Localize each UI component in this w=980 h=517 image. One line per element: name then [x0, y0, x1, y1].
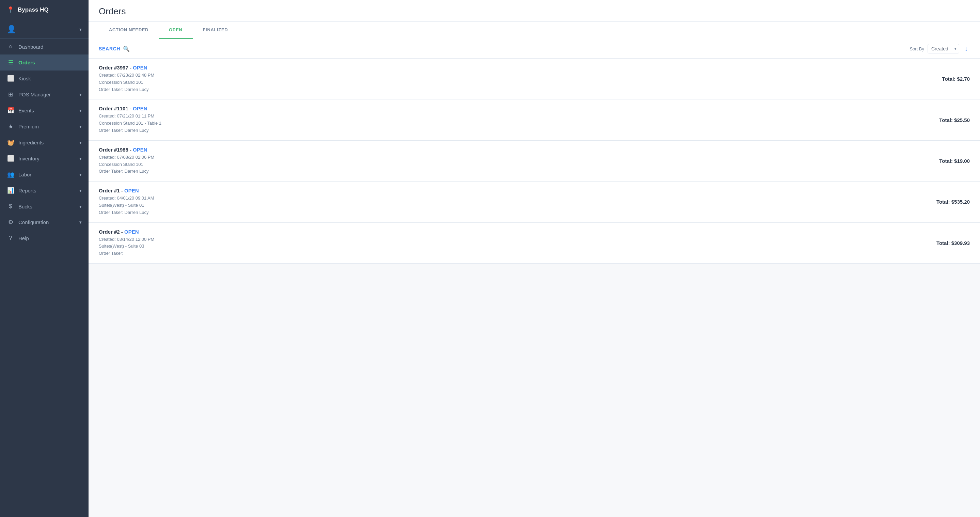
sidebar-item-pos-manager[interactable]: ⊞ POS Manager ▾ — [0, 86, 89, 102]
order-title-order-1: Order #1 - OPEN — [99, 188, 154, 194]
nav-chevron-labor: ▾ — [80, 172, 82, 177]
nav-chevron-premium: ▾ — [80, 124, 82, 129]
sort-area: Sort By CreatedUpdatedOrder #Total ▾ ↓ — [910, 44, 970, 54]
nav-chevron-configuration: ▾ — [80, 220, 82, 225]
search-button[interactable]: SEARCH 🔍 — [99, 46, 130, 52]
order-title-order-3997: Order #3997 - OPEN — [99, 65, 154, 70]
nav-label-premium: Premium — [18, 124, 39, 129]
nav-icon-orders: ☰ — [7, 59, 14, 66]
sort-direction-button[interactable]: ↓ — [963, 45, 970, 53]
nav-icon-labor: 👥 — [7, 171, 14, 178]
sidebar-item-ingredients[interactable]: 🧺 Ingredients ▾ — [0, 135, 89, 151]
order-meta-order-1988: Created: 07/08/20 02:06 PM Concession St… — [99, 154, 154, 175]
nav-icon-dashboard: ○ — [7, 43, 14, 50]
nav-icon-pos-manager: ⊞ — [7, 91, 14, 98]
orders-list: Order #3997 - OPEN Created: 07/23/20 02:… — [89, 59, 980, 264]
sidebar-item-dashboard[interactable]: ○ Dashboard — [0, 39, 89, 54]
order-meta-order-1101: Created: 07/21/20 01:11 PM Concession St… — [99, 113, 161, 134]
sidebar-item-configuration[interactable]: ⚙ Configuration ▾ — [0, 214, 89, 230]
sidebar-item-events[interactable]: 📅 Events ▾ — [0, 102, 89, 119]
nav-label-reports: Reports — [18, 188, 37, 194]
order-status-order-2: OPEN — [124, 229, 139, 235]
order-total-order-1: Total: $535.20 — [936, 199, 970, 205]
nav-label-kiosk: Kiosk — [18, 76, 31, 81]
nav-label-labor: Labor — [18, 172, 31, 177]
sidebar-item-premium[interactable]: ★ Premium ▾ — [0, 119, 89, 135]
nav-icon-inventory: ⬜ — [7, 155, 14, 162]
tab-finalized[interactable]: FINALIZED — [193, 22, 239, 39]
user-chevron-icon: ▾ — [80, 27, 82, 32]
order-total-order-3997: Total: $2.70 — [942, 76, 970, 82]
order-info-order-1101: Order #1101 - OPEN Created: 07/21/20 01:… — [99, 106, 161, 134]
order-row-order-1988[interactable]: Order #1988 - OPEN Created: 07/08/20 02:… — [89, 141, 980, 181]
nav-chevron-ingredients: ▾ — [80, 140, 82, 145]
sidebar-item-help[interactable]: ? Help — [0, 230, 89, 246]
order-info-order-1988: Order #1988 - OPEN Created: 07/08/20 02:… — [99, 147, 154, 175]
order-title-order-2: Order #2 - OPEN — [99, 229, 154, 235]
order-info-order-2: Order #2 - OPEN Created: 03/14/20 12:00 … — [99, 229, 154, 257]
order-row-order-1[interactable]: Order #1 - OPEN Created: 04/01/20 09:01 … — [89, 181, 980, 223]
nav-chevron-events: ▾ — [80, 108, 82, 113]
nav-chevron-pos-manager: ▾ — [80, 92, 82, 97]
order-meta-order-2: Created: 03/14/20 12:00 PM Suites(West) … — [99, 236, 154, 257]
order-meta-order-3997: Created: 07/23/20 02:48 PM Concession St… — [99, 72, 154, 93]
sidebar-item-bucks[interactable]: $ Bucks ▾ — [0, 199, 89, 214]
nav-label-events: Events — [18, 108, 34, 113]
page-title: Orders — [99, 6, 970, 17]
user-menu[interactable]: 👤 ▾ — [0, 20, 89, 39]
sidebar-item-orders[interactable]: ☰ Orders — [0, 54, 89, 70]
order-status-order-1: OPEN — [124, 188, 139, 194]
order-status-order-1988: OPEN — [133, 147, 148, 153]
order-meta-order-1: Created: 04/01/20 09:01 AM Suites(West) … — [99, 195, 154, 216]
sort-by-label: Sort By — [910, 46, 924, 51]
user-icon: 👤 — [7, 25, 16, 34]
sort-select[interactable]: CreatedUpdatedOrder #Total — [928, 44, 959, 54]
order-info-order-3997: Order #3997 - OPEN Created: 07/23/20 02:… — [99, 65, 154, 93]
sidebar-item-reports[interactable]: 📊 Reports ▾ — [0, 183, 89, 199]
nav-label-pos-manager: POS Manager — [18, 92, 51, 97]
order-total-order-1101: Total: $25.50 — [939, 117, 970, 123]
nav-icon-reports: 📊 — [7, 187, 14, 194]
order-row-order-3997[interactable]: Order #3997 - OPEN Created: 07/23/20 02:… — [89, 59, 980, 99]
nav-label-configuration: Configuration — [18, 220, 49, 225]
nav-chevron-reports: ▾ — [80, 188, 82, 193]
order-row-order-1101[interactable]: Order #1101 - OPEN Created: 07/21/20 01:… — [89, 99, 980, 140]
tabs-bar: ACTION NEEDEDOPENFINALIZED — [89, 22, 980, 39]
tabs-container: ACTION NEEDEDOPENFINALIZED — [99, 22, 238, 39]
order-total-order-1988: Total: $19.00 — [939, 158, 970, 164]
sidebar: 📍 Bypass HQ 👤 ▾ ○ Dashboard ☰ Orders ⬜ K… — [0, 0, 89, 517]
order-row-order-2[interactable]: Order #2 - OPEN Created: 03/14/20 12:00 … — [89, 223, 980, 264]
sidebar-item-inventory[interactable]: ⬜ Inventory ▾ — [0, 151, 89, 167]
nav-icon-premium: ★ — [7, 123, 14, 130]
nav-label-ingredients: Ingredients — [18, 140, 44, 145]
sidebar-item-labor[interactable]: 👥 Labor ▾ — [0, 167, 89, 183]
sidebar-item-kiosk[interactable]: ⬜ Kiosk — [0, 70, 89, 86]
nav-label-orders: Orders — [18, 60, 35, 65]
toolbar: SEARCH 🔍 Sort By CreatedUpdatedOrder #To… — [89, 39, 980, 59]
nav-icon-configuration: ⚙ — [7, 219, 14, 226]
nav-chevron-bucks: ▾ — [80, 204, 82, 209]
order-title-order-1988: Order #1988 - OPEN — [99, 147, 154, 153]
order-title-order-1101: Order #1101 - OPEN — [99, 106, 161, 111]
nav-list: ○ Dashboard ☰ Orders ⬜ Kiosk ⊞ POS Manag… — [0, 39, 89, 246]
tab-open[interactable]: OPEN — [159, 22, 192, 39]
nav-label-help: Help — [18, 235, 29, 241]
order-info-order-1: Order #1 - OPEN Created: 04/01/20 09:01 … — [99, 188, 154, 216]
nav-icon-events: 📅 — [7, 107, 14, 114]
order-status-order-3997: OPEN — [133, 65, 148, 70]
nav-icon-help: ? — [7, 235, 14, 242]
order-status-order-1101: OPEN — [133, 106, 148, 111]
brand-icon: 📍 — [7, 6, 14, 14]
nav-icon-kiosk: ⬜ — [7, 75, 14, 82]
brand: 📍 Bypass HQ — [0, 0, 89, 20]
order-total-order-2: Total: $309.93 — [936, 240, 970, 246]
main-content: Orders ACTION NEEDEDOPENFINALIZED SEARCH… — [89, 0, 980, 517]
page-header: Orders — [89, 0, 980, 22]
search-icon: 🔍 — [123, 46, 130, 52]
nav-label-dashboard: Dashboard — [18, 44, 43, 50]
sort-dropdown: CreatedUpdatedOrder #Total ▾ — [928, 44, 959, 54]
nav-label-inventory: Inventory — [18, 156, 40, 161]
search-label: SEARCH — [99, 46, 120, 51]
nav-label-bucks: Bucks — [18, 204, 32, 210]
tab-action-needed[interactable]: ACTION NEEDED — [99, 22, 159, 39]
